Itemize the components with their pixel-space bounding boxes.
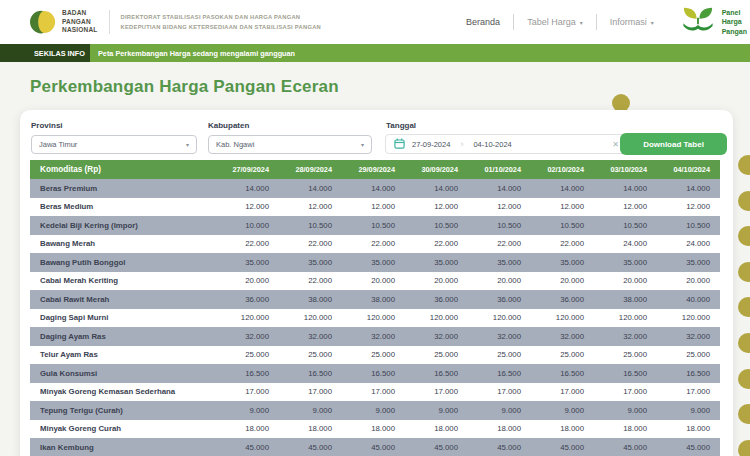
brand-name: BADAN PANGAN NASIONAL	[62, 9, 98, 35]
table-row: Gula Konsumsi16.50016.50016.50016.50016.…	[30, 364, 720, 383]
price-cell: 14.000	[405, 179, 468, 198]
price-cell: 10.500	[342, 216, 405, 235]
price-cell: 35.000	[531, 253, 594, 272]
price-cell: 32.000	[594, 327, 657, 346]
price-cell: 17.000	[657, 383, 720, 402]
price-cell: 120.000	[279, 309, 342, 328]
decorative-dot	[738, 262, 750, 282]
date-column-header: 02/10/2024	[531, 160, 594, 179]
price-cell: 16.500	[531, 364, 594, 383]
price-cell: 14.000	[594, 179, 657, 198]
nav-item-informasi[interactable]: Informasi▾	[597, 17, 667, 27]
commodity-name: Minyak Goreng Kemasan Sederhana	[30, 383, 216, 402]
main-nav: BerandaTabel Harga▾Informasi▾	[453, 14, 667, 30]
price-cell: 40.000	[657, 290, 720, 309]
price-cell: 25.000	[405, 346, 468, 365]
price-cell: 36.000	[468, 290, 531, 309]
price-cell: 16.500	[405, 364, 468, 383]
price-cell: 32.000	[279, 327, 342, 346]
price-cell: 12.000	[342, 198, 405, 217]
price-cell: 14.000	[342, 179, 405, 198]
decorative-dot	[738, 440, 750, 456]
price-cell: 24.000	[657, 235, 720, 254]
date-column-header: 28/09/2024	[279, 160, 342, 179]
table-row: Beras Premium14.00014.00014.00014.00014.…	[30, 179, 720, 198]
price-cell: 120.000	[405, 309, 468, 328]
date-range-input[interactable]: 27-09-2024 › 04-10-2024 ✕	[385, 134, 628, 154]
price-cell: 10.500	[657, 216, 720, 235]
price-cell: 32.000	[405, 327, 468, 346]
price-cell: 36.000	[405, 290, 468, 309]
decorative-dot	[738, 191, 750, 211]
price-cell: 20.000	[657, 272, 720, 291]
provinsi-select[interactable]: Jawa Timur ▾	[31, 135, 197, 154]
price-cell: 9.000	[216, 401, 279, 420]
decorative-dot	[738, 155, 750, 175]
price-cell: 25.000	[279, 346, 342, 365]
price-cell: 16.500	[216, 364, 279, 383]
price-cell: 45.000	[342, 438, 405, 456]
header-divider	[109, 10, 110, 34]
commodity-name: Bawang Putih Bonggol	[30, 253, 216, 272]
download-table-button[interactable]: Download Tabel	[620, 133, 727, 155]
price-cell: 25.000	[657, 346, 720, 365]
price-cell: 10.000	[216, 216, 279, 235]
kabupaten-select[interactable]: Kab. Ngawi ▾	[208, 135, 372, 154]
price-cell: 12.000	[531, 198, 594, 217]
table-row: Minyak Goreng Curah18.00018.00018.00018.…	[30, 420, 720, 439]
nav-item-tabel-harga[interactable]: Tabel Harga▾	[514, 17, 596, 27]
price-cell: 45.000	[594, 438, 657, 456]
date-column-header: 27/09/2024	[216, 160, 279, 179]
nav-item-label: Beranda	[466, 17, 500, 27]
table-header-row: Komoditas (Rp) 27/09/202428/09/202429/09…	[30, 160, 720, 179]
price-cell: 120.000	[468, 309, 531, 328]
commodity-name: Ikan Kembung	[30, 438, 216, 456]
price-cell: 18.000	[342, 420, 405, 439]
commodity-name: Daging Ayam Ras	[30, 327, 216, 346]
price-cell: 17.000	[279, 383, 342, 402]
price-cell: 38.000	[594, 290, 657, 309]
price-cell: 20.000	[468, 272, 531, 291]
price-cell: 10.500	[468, 216, 531, 235]
filter-table-card: Provinsi Jawa Timur ▾ Kabupaten Kab. Nga…	[20, 110, 733, 456]
price-cell: 32.000	[216, 327, 279, 346]
price-cell: 22.000	[531, 235, 594, 254]
chevron-down-icon: ▾	[361, 141, 364, 148]
price-cell: 35.000	[342, 253, 405, 272]
table-row: Daging Ayam Ras32.00032.00032.00032.0003…	[30, 327, 720, 346]
price-cell: 35.000	[594, 253, 657, 272]
commodity-column-header: Komoditas (Rp)	[30, 160, 216, 179]
deco-dots	[738, 0, 750, 456]
nav-item-beranda[interactable]: Beranda	[453, 17, 513, 27]
price-cell: 32.000	[342, 327, 405, 346]
price-cell: 45.000	[468, 438, 531, 456]
price-cell: 18.000	[405, 420, 468, 439]
price-cell: 12.000	[216, 198, 279, 217]
price-cell: 22.000	[405, 235, 468, 254]
price-cell: 25.000	[342, 346, 405, 365]
price-cell: 20.000	[216, 272, 279, 291]
price-cell: 18.000	[468, 420, 531, 439]
price-cell: 16.500	[657, 364, 720, 383]
price-cell: 9.000	[405, 401, 468, 420]
panel-harga-pangan-logo[interactable]: Panel Harga Pangan	[679, 5, 747, 40]
price-cell: 20.000	[531, 272, 594, 291]
nav-item-label: Tabel Harga	[527, 17, 576, 27]
price-cell: 9.000	[468, 401, 531, 420]
table-row: Bawang Merah22.00022.00022.00022.00022.0…	[30, 235, 720, 254]
price-cell: 14.000	[468, 179, 531, 198]
table-row: Minyak Goreng Kemasan Sederhana17.00017.…	[30, 383, 720, 402]
price-cell: 120.000	[531, 309, 594, 328]
panel-harga-pangan-logo-icon	[679, 5, 717, 40]
clear-date-icon[interactable]: ✕	[612, 140, 619, 149]
date-column-header: 03/10/2024	[594, 160, 657, 179]
price-cell: 45.000	[531, 438, 594, 456]
price-cell: 18.000	[279, 420, 342, 439]
price-cell: 12.000	[594, 198, 657, 217]
commodity-name: Beras Medium	[30, 198, 216, 217]
price-cell: 9.000	[657, 401, 720, 420]
price-cell: 10.500	[531, 216, 594, 235]
price-cell: 24.000	[594, 235, 657, 254]
price-cell: 120.000	[342, 309, 405, 328]
decorative-dot	[738, 226, 750, 246]
